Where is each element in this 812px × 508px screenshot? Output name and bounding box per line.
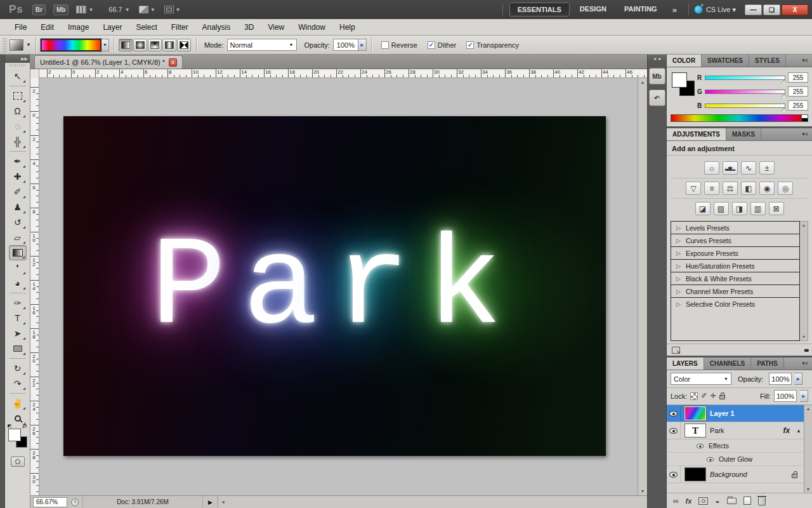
invert-adjustment-button[interactable]: ◪ [695,202,710,215]
scroll-left-icon[interactable]: ◄ [218,498,225,506]
reflected-gradient-button[interactable] [162,39,176,51]
status-zoom-field[interactable]: 66.67% [33,497,67,507]
dither-checkbox-box[interactable]: ✓ [428,41,435,49]
posterize-adjustment-button[interactable]: ▨ [714,202,729,215]
new-layer-icon[interactable] [743,497,751,505]
zoom-level-caret[interactable]: ▼ [125,7,130,13]
menu-layer[interactable]: Layer [96,23,129,32]
lock-all-icon[interactable] [719,395,725,399]
menu-filter[interactable]: Filter [164,23,195,32]
hand-tool-button[interactable]: ✌ [9,396,27,411]
layers-tab-layers[interactable]: LAYERS [667,358,704,370]
type-tool-button[interactable]: T [9,311,27,326]
pen-tool-button[interactable]: ✑ [9,295,27,311]
lock-pixels-icon[interactable]: ✐ [701,392,707,400]
r-slider-track[interactable] [705,76,785,80]
layer-name[interactable]: Park [710,427,724,434]
visibility-cell[interactable] [667,405,681,422]
lock-transparency-icon[interactable] [690,392,698,400]
rectangle-shape-tool-button[interactable] [9,341,27,356]
strip-collapse-button[interactable]: ◄◄ [648,55,666,63]
launch-minibridge-button[interactable]: Mb [53,4,69,15]
preset-row-curves-presets[interactable]: ▷Curves Presets [671,234,799,247]
color-ramp[interactable] [671,114,802,122]
b-slider-thumb[interactable] [782,108,787,112]
color-tab-color[interactable]: COLOR [667,55,702,67]
linear-gradient-button[interactable] [119,39,133,51]
expand-triangle-icon[interactable]: ▷ [676,276,681,282]
exposure-adjustment-button[interactable]: ± [759,161,775,175]
dodge-tool-button[interactable]: ◕ [9,276,27,291]
menu-help[interactable]: Help [332,23,362,32]
arrange-documents-button[interactable]: ▼ [139,6,155,13]
history-panel-button[interactable]: ↶ [649,90,665,106]
preset-row-channel-mixer-presets[interactable]: ▷Channel Mixer Presets [671,285,799,298]
crop-tool-button[interactable]: ╬ [9,134,27,149]
eyedropper-tool-button[interactable]: ✒ [9,154,27,169]
layer-name[interactable]: Layer 1 [710,410,735,417]
tool-preset-picker[interactable] [10,39,23,51]
quick-mask-button[interactable] [11,457,25,467]
scroll-down-icon[interactable]: ▼ [806,487,811,491]
layer-fill-value[interactable]: 100% [774,390,797,402]
tab-close-icon[interactable]: x [169,58,177,67]
layer-opacity-slider-button[interactable]: ▶ [794,373,802,385]
expand-triangle-icon[interactable]: ▷ [676,237,681,244]
layers-panel-menu-icon[interactable]: ▾≡ [798,358,812,370]
radial-gradient-button[interactable] [133,39,147,51]
cs-live-button[interactable]: CS Live ▾ [694,5,745,14]
angle-gradient-button[interactable] [148,39,162,51]
blur-tool-button[interactable]: ❜ [9,260,27,276]
g-slider-thumb[interactable] [782,94,787,98]
preset-row-exposure-presets[interactable]: ▷Exposure Presets [671,247,799,260]
hue-saturation-adjustment-button[interactable]: ≡ [704,182,719,195]
new-adjustment-layer-icon[interactable]: ◒ [715,497,719,505]
color-tab-swatches[interactable]: SWATCHES [702,55,749,67]
scroll-up-icon[interactable]: ▲ [802,223,806,227]
delete-layer-icon[interactable] [758,498,766,505]
clip-to-layer-icon[interactable]: ●● [804,346,807,354]
layer-row-background[interactable]: Background [667,466,804,483]
diamond-gradient-button[interactable] [177,39,191,51]
layer-fill-slider-button[interactable]: ▶ [800,390,808,402]
layer-name[interactable]: Background [710,471,747,478]
color-panel-menu-icon[interactable]: ▾≡ [798,55,812,67]
path-selection-tool-button[interactable]: ➤ [9,326,27,341]
b-value-field[interactable]: 255 [788,100,808,110]
gradient-tool-button[interactable] [9,245,27,260]
expand-triangle-icon[interactable]: ▷ [676,250,681,257]
status-menu-arrow[interactable]: ▶ [203,499,218,505]
eye-icon[interactable] [697,443,704,448]
bw-ramp-end[interactable] [802,114,808,122]
menu-analysis[interactable]: Analysis [195,23,237,32]
menu-select[interactable]: Select [129,23,164,32]
layer-opacity-value[interactable]: 100% [769,373,792,385]
black-white-adjustment-button[interactable]: ◧ [741,182,756,195]
preset-row-black-white-presets[interactable]: ▷Black & White Presets [671,272,799,285]
transparency-checkbox[interactable]: ✓Transparency [466,41,519,49]
document-tab[interactable]: Untitled-1 @ 66.7% (Layer 1, CMYK/8) * x [34,55,183,69]
horizontal-scrollbar[interactable]: ◄ [218,496,647,508]
tool-preset-caret[interactable]: ▼ [26,42,31,48]
canvas[interactable]: Park [63,116,606,456]
g-value-field[interactable]: 255 [788,86,808,97]
levels-adjustment-button[interactable]: ▃▆▂ [723,161,738,175]
outer-glow-row[interactable]: Outer Glow [667,453,804,466]
threshold-adjustment-button[interactable]: ◨ [732,202,747,215]
expand-triangle-icon[interactable]: ▷ [676,301,681,307]
layers-scrollbar[interactable]: ▲▼ [804,405,812,493]
g-slider-track[interactable] [705,90,785,94]
layers-tab-channels[interactable]: CHANNELS [704,358,752,370]
scroll-down-icon[interactable]: ▼ [641,487,645,495]
brightness-contrast-adjustment-button[interactable]: ☼ [704,161,719,175]
expand-triangle-icon[interactable]: ▷ [676,225,681,231]
workspace-overflow-button[interactable]: » [666,5,683,15]
swap-colors-icon[interactable]: ⇄ [22,423,27,429]
selective-color-adjustment-button[interactable]: ⊠ [769,202,784,215]
menu-image[interactable]: Image [61,23,96,32]
new-group-icon[interactable] [727,498,737,504]
move-tool-button[interactable]: ↖ [9,69,27,84]
screen-mode-button[interactable]: ▼ [164,6,181,13]
opacity-slider-button[interactable]: ▶ [358,39,367,51]
r-value-field[interactable]: 255 [788,72,808,83]
